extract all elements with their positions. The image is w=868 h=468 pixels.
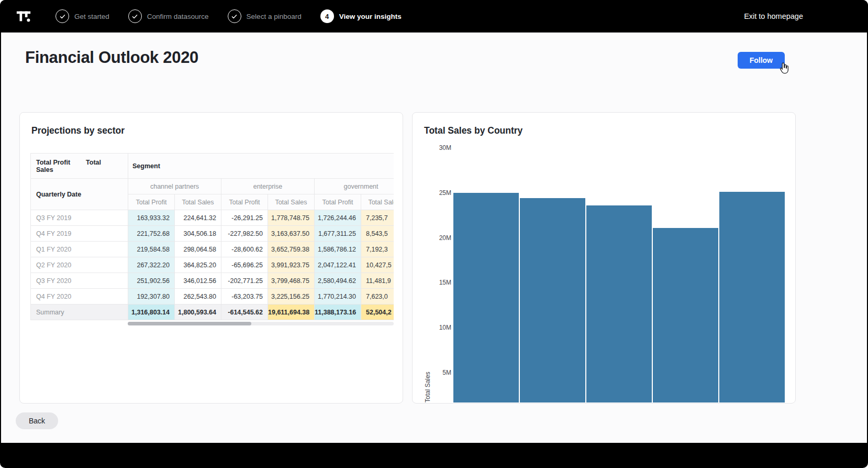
table-row: Q3 FY 2019163,933.32224,641.32-26,291.25…	[31, 210, 394, 226]
measure-header: Total Sales	[268, 194, 315, 210]
table-cell[interactable]: 304,506.18	[175, 226, 221, 242]
table-cell[interactable]: 1,800,593.64	[175, 304, 221, 320]
back-button[interactable]: Back	[16, 412, 58, 429]
table-cell[interactable]: 1,677,311.25	[315, 226, 361, 242]
table-cell[interactable]: 224,641.32	[175, 210, 221, 226]
bar-4[interactable]	[653, 228, 718, 402]
table-cell[interactable]: 192,307.80	[128, 289, 175, 304]
page-title: Financial Outlook 2020	[25, 48, 198, 67]
table-cell[interactable]: 219,584.58	[128, 242, 175, 257]
table-cell[interactable]: 1,586,786.12	[315, 242, 361, 257]
table-cell[interactable]: 364,825.20	[175, 257, 221, 273]
table-cell[interactable]: -26,291.25	[221, 210, 268, 226]
y-axis-tick: 15M	[439, 278, 451, 287]
row-label: Summary	[31, 304, 128, 320]
page-header: Financial Outlook 2020 Follow	[1, 32, 867, 69]
table-cell[interactable]: -227,982.50	[221, 226, 268, 242]
table-cell[interactable]: 2,580,494.62	[315, 273, 361, 289]
row-label: Q2 FY 2020	[31, 257, 128, 273]
y-axis-label: Total Sales	[424, 140, 431, 402]
table-cell[interactable]: 1,770,214.30	[315, 289, 361, 304]
table-cell[interactable]: -614,545.62	[221, 304, 268, 320]
cards-row: Projections by sector Total ProfitTotal …	[19, 112, 796, 404]
table-cell[interactable]: 1,726,244.46	[315, 210, 361, 226]
row-label: Q3 FY 2019	[31, 210, 128, 226]
y-axis-ticks: 30M25M20M15M10M5M	[432, 140, 451, 402]
table-cell[interactable]: 7,192,3	[361, 242, 394, 257]
table-cell[interactable]: 52,504,2	[361, 304, 394, 320]
step-3[interactable]: Select a pinboard	[228, 9, 302, 23]
table-cell[interactable]: 3,799,468.75	[268, 273, 315, 289]
table-cell[interactable]: 1,778,748.75	[268, 210, 315, 226]
pivot-table-card: Projections by sector Total ProfitTotal …	[19, 112, 403, 404]
row-label: Q4 FY 2019	[31, 226, 128, 242]
step-number-badge: 4	[320, 9, 334, 23]
table-cell[interactable]: 298,064.58	[175, 242, 221, 257]
pivot-table: Total ProfitTotal SalesSegmentQuarterly …	[30, 153, 394, 320]
y-axis-tick: 10M	[439, 323, 451, 332]
app-window: Get startedConfirm datasourceSelect a pi…	[0, 0, 868, 468]
topbar: Get startedConfirm datasourceSelect a pi…	[0, 0, 868, 32]
table-cell[interactable]: 3,652,759.38	[268, 242, 315, 257]
horizontal-scrollbar[interactable]	[128, 322, 394, 325]
table-cell[interactable]: 10,427,5	[361, 257, 394, 273]
footer-actions: Back	[16, 412, 867, 429]
table-cell[interactable]: 11,388,173.16	[315, 304, 361, 320]
stepper: Get startedConfirm datasourceSelect a pi…	[55, 9, 420, 23]
column-dimension-header: Segment	[128, 154, 394, 179]
y-axis-tick: 25M	[439, 189, 451, 197]
thoughtspot-logo-icon	[16, 8, 32, 25]
table-cell[interactable]: 3,991,923.75	[268, 257, 315, 273]
bar-5[interactable]	[719, 192, 785, 402]
measure-header: Total Sales	[361, 194, 394, 210]
step-label: View your insights	[339, 13, 402, 20]
segment-row: Quarterly Datechannel partnersenterprise…	[31, 179, 394, 194]
table-cell[interactable]: 3,225,156.25	[268, 289, 315, 304]
table-cell[interactable]: -28,600.62	[221, 242, 268, 257]
bar-2[interactable]	[520, 198, 585, 402]
table-cell[interactable]: 7,235,7	[361, 210, 394, 226]
measure-header: Total Profit	[221, 194, 268, 210]
measure-header: Total Profit	[315, 194, 361, 210]
y-axis-tick: 5M	[442, 368, 451, 377]
step-2[interactable]: Confirm datasource	[128, 9, 209, 23]
scrollbar-thumb[interactable]	[128, 322, 251, 325]
table-cell[interactable]: 163,933.32	[128, 210, 175, 226]
measure-header: Total Sales	[175, 194, 221, 210]
table-cell[interactable]: -202,771.25	[221, 273, 268, 289]
check-icon	[228, 9, 241, 23]
step-label: Get started	[74, 13, 109, 20]
bar-1[interactable]	[453, 193, 519, 402]
table-row: Q4 FY 2019221,752.68304,506.18-227,982.5…	[31, 226, 394, 242]
table-cell[interactable]: 19,611,694.38	[268, 304, 315, 320]
table-cell[interactable]: 1,316,803.14	[128, 304, 175, 320]
bar-chart: Total Sales 30M25M20M15M10M5M	[423, 140, 785, 402]
table-cell[interactable]: 3,163,637.50	[268, 226, 315, 242]
chart-card-title: Total Sales by Country	[424, 125, 785, 136]
table-cell[interactable]: -63,203.75	[221, 289, 268, 304]
bar-plot	[453, 140, 785, 402]
table-cell[interactable]: 346,012.56	[175, 273, 221, 289]
table-cell[interactable]: 8,543,5	[361, 226, 394, 242]
main-content: Financial Outlook 2020 Follow Projection…	[1, 32, 867, 443]
table-cell[interactable]: 11,481,9	[361, 273, 394, 289]
row-label: Q1 FY 2020	[31, 242, 128, 257]
table-row: Q4 FY 2020192,307.80262,543.80-63,203.75…	[31, 289, 394, 304]
table-cell[interactable]: 221,752.68	[128, 226, 175, 242]
table-cell[interactable]: -65,696.25	[221, 257, 268, 273]
check-icon	[55, 9, 69, 23]
table-cell[interactable]: 251,902.56	[128, 273, 175, 289]
step-4[interactable]: 4View your insights	[320, 9, 402, 23]
table-cell[interactable]: 2,047,122.41	[315, 257, 361, 273]
table-cell[interactable]: 267,322.20	[128, 257, 175, 273]
exit-to-homepage-link[interactable]: Exit to homepage	[744, 12, 803, 20]
table-cell[interactable]: 262,543.80	[175, 289, 221, 304]
table-row: Q1 FY 2020219,584.58298,064.58-28,600.62…	[31, 242, 394, 257]
table-cell[interactable]: 7,623,0	[361, 289, 394, 304]
summary-row: Summary1,316,803.141,800,593.64-614,545.…	[31, 304, 394, 320]
cursor-pointer-icon	[777, 61, 791, 77]
step-1[interactable]: Get started	[55, 9, 109, 23]
segment-header: enterprise	[221, 179, 315, 194]
table-card-title: Projections by sector	[31, 125, 392, 136]
bar-3[interactable]	[586, 205, 652, 402]
